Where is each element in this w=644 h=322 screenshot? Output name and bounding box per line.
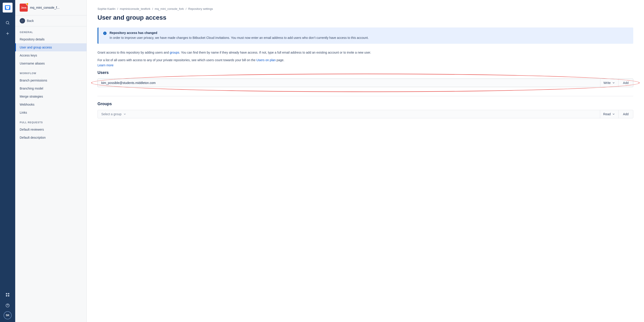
help-icon[interactable] <box>3 301 12 310</box>
sidebar-section-pull requests: PULL REQUESTS <box>15 117 86 126</box>
sidebar: Java mq_mini_console_f... ← Back GENERAL… <box>15 0 87 322</box>
sidebar-item-access-keys[interactable]: Access keys <box>15 51 86 59</box>
sidebar-nav: GENERALRepository detailsUser and group … <box>15 26 86 142</box>
info-icon <box>103 31 107 40</box>
sidebar-section-workflow: WORKFLOW <box>15 67 86 76</box>
user-add-button[interactable]: Add <box>618 79 633 87</box>
groups-section: Groups Select a group Read Add <box>98 96 633 118</box>
svg-point-0 <box>6 21 9 24</box>
sidebar-item-default-description[interactable]: Default description <box>15 134 86 142</box>
back-arrow-icon: ← <box>20 18 25 23</box>
grid-icon[interactable] <box>3 290 12 300</box>
breadcrumb-item-1[interactable]: mqminiconsole_testfork <box>120 7 150 10</box>
groups-section-title: Groups <box>98 102 633 106</box>
user-input-row: Write Add <box>98 79 633 87</box>
back-button[interactable]: ← Back <box>15 15 86 26</box>
groups-link[interactable]: groups <box>170 51 179 54</box>
sidebar-item-branching-model[interactable]: Branching model <box>15 84 86 92</box>
search-icon[interactable] <box>3 18 12 28</box>
description-2: For a list of all users with access to a… <box>98 58 633 68</box>
group-select-dropdown[interactable]: Select a group <box>98 110 600 118</box>
page-title: User and group access <box>98 14 633 21</box>
learn-more-link[interactable]: Learn more <box>98 63 114 67</box>
group-permission-chevron-icon <box>612 113 615 116</box>
users-section: Users Write Add <box>98 70 633 87</box>
sidebar-item-username-aliases[interactable]: Username aliases <box>15 59 86 67</box>
breadcrumb-item-0[interactable]: Sophie Kaelin <box>98 7 116 10</box>
svg-line-1 <box>8 24 10 24</box>
banner-text: In order to improve user privacy, we hav… <box>110 35 368 40</box>
user-permission-label: Write <box>604 81 611 85</box>
banner-title: Repository access has changed <box>110 31 368 35</box>
user-input-wrapper: Write Add <box>98 79 633 87</box>
breadcrumb-separator: / <box>152 7 153 10</box>
svg-rect-4 <box>6 293 8 295</box>
icon-bar: SK <box>0 0 15 322</box>
sidebar-section-general: GENERAL <box>15 26 86 35</box>
svg-rect-7 <box>8 295 10 297</box>
group-permission-dropdown[interactable]: Read <box>600 110 618 118</box>
repo-badge <box>26 3 28 5</box>
app-logo[interactable] <box>3 3 12 12</box>
sidebar-item-branch-permissions[interactable]: Branch permissions <box>15 76 86 84</box>
group-chevron-icon <box>123 113 126 116</box>
chevron-down-icon <box>612 81 615 84</box>
group-add-button[interactable]: Add <box>618 110 633 118</box>
group-select-label: Select a group <box>101 112 122 116</box>
main-content: Sophie Kaelin/mqminiconsole_testfork/mq_… <box>87 0 644 322</box>
user-permission-dropdown[interactable]: Write <box>600 79 618 87</box>
sidebar-item-webhooks[interactable]: Webhooks <box>15 101 86 109</box>
plus-icon[interactable] <box>3 29 12 38</box>
breadcrumb-item-2[interactable]: mq_mini_console_fork <box>155 7 184 10</box>
group-permission-label: Read <box>603 112 611 116</box>
users-section-title: Users <box>98 70 633 75</box>
info-banner: Repository access has changed In order t… <box>98 27 633 44</box>
back-label: Back <box>27 19 34 22</box>
description-1: Grant access to this repository by addin… <box>98 50 633 55</box>
repo-icon: Java <box>20 3 28 12</box>
divider <box>98 96 633 96</box>
breadcrumb-separator: / <box>186 7 186 10</box>
breadcrumb: Sophie Kaelin/mqminiconsole_testfork/mq_… <box>98 7 633 10</box>
breadcrumb-item-3[interactable]: Repository settings <box>188 7 213 10</box>
sidebar-item-repo-details[interactable]: Repository details <box>15 35 86 43</box>
repo-name: mq_mini_console_f... <box>30 6 60 9</box>
avatar[interactable]: SK <box>4 311 12 319</box>
group-row: Select a group Read Add <box>98 110 633 118</box>
sidebar-item-links[interactable]: Links <box>15 109 86 117</box>
sidebar-item-merge-strategies[interactable]: Merge strategies <box>15 92 86 101</box>
svg-rect-5 <box>8 293 10 295</box>
repo-header: Java mq_mini_console_f... <box>15 0 86 15</box>
sidebar-item-default-reviewers[interactable]: Default reviewers <box>15 126 86 134</box>
users-on-plan-link[interactable]: Users on plan <box>256 58 276 62</box>
user-email-input[interactable] <box>98 79 600 87</box>
sidebar-item-user-group-access[interactable]: User and group access <box>15 43 86 51</box>
svg-rect-6 <box>6 295 8 297</box>
breadcrumb-separator: / <box>117 7 118 10</box>
